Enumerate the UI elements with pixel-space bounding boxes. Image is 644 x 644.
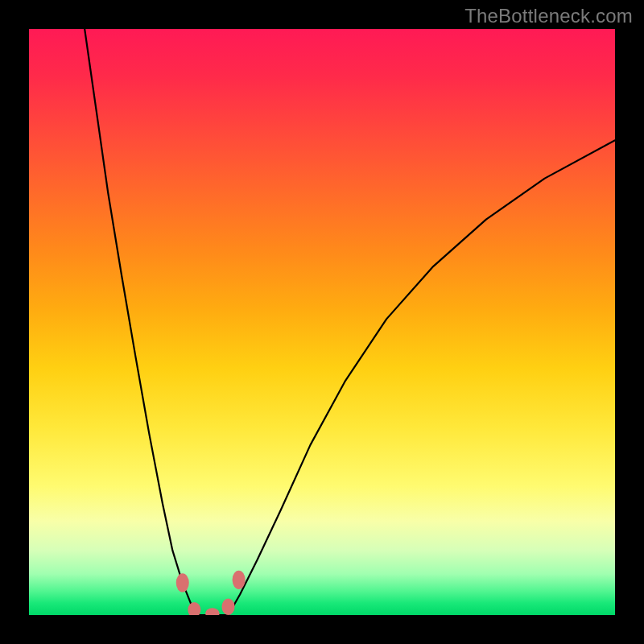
- data-point-right-upper: [233, 571, 246, 589]
- chart-svg: [29, 29, 615, 615]
- curve-right-branch: [229, 140, 615, 615]
- watermark-text: TheBottleneck.com: [464, 5, 633, 27]
- data-point-left-lower: [188, 602, 200, 615]
- curve-left-branch: [85, 29, 199, 615]
- data-point-floor-mid: [205, 608, 219, 615]
- plot-area: [29, 29, 615, 615]
- data-point-left-upper: [176, 573, 189, 592]
- chart-frame: TheBottleneck.com: [0, 0, 644, 644]
- data-point-right-lower: [222, 599, 235, 615]
